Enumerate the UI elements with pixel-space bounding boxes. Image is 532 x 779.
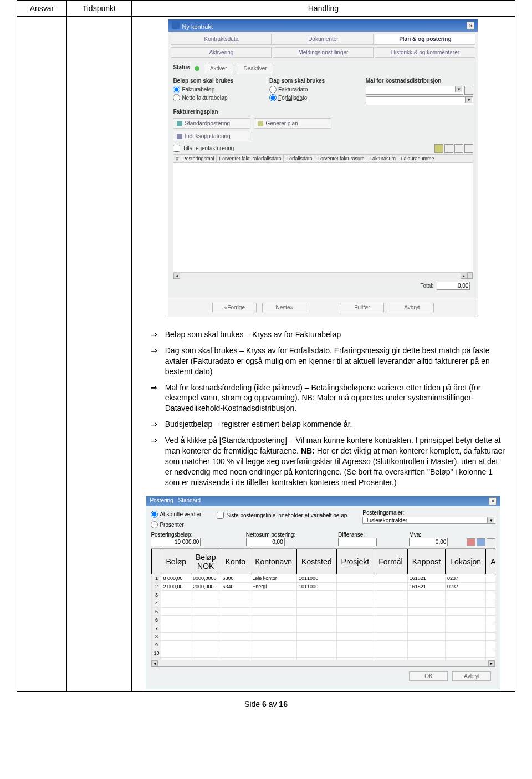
cell-empty[interactable] [374,607,408,615]
cell[interactable] [374,574,408,582]
cell-empty[interactable] [486,649,495,657]
table-row[interactable]: 7 [152,624,495,632]
table-row[interactable]: 3 [152,590,495,599]
cell-empty[interactable] [250,599,297,607]
postering-close-icon[interactable]: × [489,497,497,505]
cell-empty[interactable] [374,590,408,599]
cell-empty[interactable] [407,615,445,624]
plan-col-5[interactable]: Fakturanumme [398,155,437,162]
cell-empty[interactable] [486,640,495,649]
cell-empty[interactable] [486,615,495,624]
cell-empty[interactable] [486,657,495,660]
posteringsmaler-dropdown[interactable]: Husleiekontrakter [362,517,495,524]
cell-empty[interactable] [446,590,486,599]
tab-aktivering[interactable]: Aktivering [171,47,272,58]
cell[interactable] [336,582,374,590]
cell-empty[interactable] [191,599,221,607]
table-row[interactable]: 10 [152,649,495,657]
post-col-2[interactable]: Beløp NOK [191,549,221,574]
cell-empty[interactable] [221,615,250,624]
siste-linje-checkbox[interactable]: Siste posteringslinje inneholder et vari… [217,512,347,519]
cell[interactable] [336,574,374,582]
cell-empty[interactable] [161,640,191,649]
plan-col-4[interactable]: Fakturasum [367,155,399,162]
cell-empty[interactable] [407,607,445,615]
cell-empty[interactable] [161,649,191,657]
cell-empty[interactable] [250,640,297,649]
cell-empty[interactable] [161,607,191,615]
cell-empty[interactable] [250,624,297,632]
cell[interactable]: 8000,0000 [191,574,221,582]
cell[interactable]: 0237 [446,574,486,582]
cell-empty[interactable] [221,599,250,607]
cell-empty[interactable] [407,657,445,660]
post-col-8[interactable]: Kappost [407,549,445,574]
cell-empty[interactable] [446,624,486,632]
post-col-5[interactable]: Koststed [297,549,336,574]
tool-icon-2[interactable] [454,144,463,153]
cell-empty[interactable] [446,607,486,615]
cell-empty[interactable] [407,649,445,657]
cell-empty[interactable] [336,607,374,615]
cell[interactable]: Energi [250,582,297,590]
table-row[interactable]: 11 [152,657,495,660]
cell-empty[interactable] [374,632,408,640]
table-row[interactable]: 9 [152,640,495,649]
cell-empty[interactable] [486,599,495,607]
cell-empty[interactable] [191,657,221,660]
radio-netto[interactable]: Netto fakturabeløp [173,94,256,101]
table-row[interactable]: 5 [152,607,495,615]
aktiver-button[interactable]: Aktiver [204,64,233,73]
post-col-3[interactable]: Konto [221,549,250,574]
postering-h-scrollbar[interactable]: ◂▸ [151,660,495,666]
tool-icon-3[interactable] [464,144,473,153]
cell-empty[interactable] [374,657,408,660]
post-icon-2[interactable] [477,538,485,546]
cell-empty[interactable] [297,590,336,599]
cell-empty[interactable] [250,590,297,599]
cell-empty[interactable] [297,624,336,632]
cell-empty[interactable] [407,599,445,607]
cell[interactable]: 6340 [221,582,250,590]
cell-empty[interactable] [486,632,495,640]
cell[interactable]: 2 000,00 [161,582,191,590]
cell-empty[interactable] [486,590,495,599]
cell-empty[interactable] [297,657,336,660]
cell-empty[interactable] [297,599,336,607]
cell[interactable]: 1011000 [297,574,336,582]
cell-empty[interactable] [221,590,250,599]
radio-forfallsdato[interactable]: Forfallsdato [269,94,352,101]
cell-empty[interactable] [374,624,408,632]
post-col-7[interactable]: Formål [374,549,408,574]
cell[interactable] [374,582,408,590]
cell[interactable]: 161821 [407,574,445,582]
cell[interactable]: 2000,0000 [191,582,221,590]
cell[interactable]: Leie kontor [250,574,297,582]
cell-empty[interactable] [161,624,191,632]
cell[interactable]: 161821 [407,582,445,590]
cell-empty[interactable] [191,632,221,640]
post-icon-1[interactable] [467,538,475,546]
cell-empty[interactable] [191,649,221,657]
cell-empty[interactable] [446,632,486,640]
cell-empty[interactable] [221,624,250,632]
plan-h-scrollbar[interactable]: ◂▸ [173,272,467,279]
cell-empty[interactable] [221,649,250,657]
fullfor-button[interactable]: Fullfør [340,303,384,312]
cell-empty[interactable] [161,599,191,607]
cell-empty[interactable] [191,590,221,599]
cell-empty[interactable] [250,615,297,624]
cell-empty[interactable] [446,649,486,657]
cell-empty[interactable] [191,607,221,615]
post-col-6[interactable]: Prosjekt [336,549,374,574]
posteringsbelop-field[interactable] [151,538,201,546]
cell-empty[interactable] [191,615,221,624]
tab-historikk[interactable]: Historikk & og kommentarer [375,47,475,58]
cell-empty[interactable] [297,607,336,615]
cell[interactable]: 8 000,00 [161,574,191,582]
cell-empty[interactable] [374,615,408,624]
cell-empty[interactable] [336,590,374,599]
cell-empty[interactable] [161,590,191,599]
cell-empty[interactable] [297,615,336,624]
help-icon[interactable] [434,144,443,153]
